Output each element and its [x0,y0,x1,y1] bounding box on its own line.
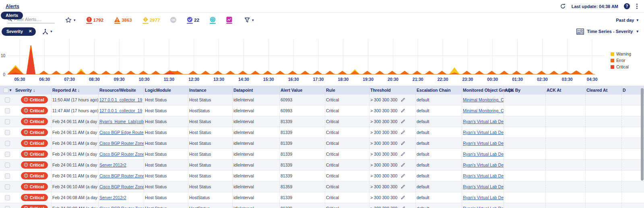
cell-resource: Cisco BGP Router Zone 2 [99,181,144,192]
resource-link[interactable]: Ryan's_Home_Lab(collect... [99,119,144,124]
cell-datapoint: idleInterval [233,181,280,192]
star-icon [65,17,72,23]
cell-logicmodule: Host Status [144,127,188,138]
edit-threshold-icon[interactable] [400,97,405,102]
resource-link[interactable]: Cisco BGP Router Zone 3 [99,206,144,208]
monitored-groups-link[interactable]: Ryan's Virtual Lab Devices [463,130,504,135]
monitored-groups-link[interactable]: Minimal Monitoring, Colle... [463,108,504,113]
filter-bar: ▾ 1792 3863 2977 OK 22 [0,13,644,25]
cell-instance: Host Status [188,116,233,127]
row-checkbox[interactable] [5,119,10,124]
cell-ack_at [546,116,586,127]
svg-text:16:30: 16:30 [288,77,299,82]
table-row: CriticalFeb 24 06:08 AM (a day ago)Serve… [0,192,644,203]
vertical-scrollbar[interactable] [641,88,644,181]
monitored-groups-link[interactable]: Ryan's Virtual Lab Devices [463,206,504,208]
advanced-filter-button[interactable]: ▾ [244,17,254,23]
resource-link[interactable]: Cisco BGP Router Zone 2 [99,184,144,189]
resource-link[interactable]: 127.0.0.1_collector_19 [99,97,142,102]
edit-threshold-icon[interactable] [400,163,405,167]
cleared-filter[interactable]: OK [170,17,176,23]
cell-value: 60993 [280,95,325,105]
cell-instance: Host Status [188,127,233,138]
row-checkbox[interactable] [5,130,10,135]
cell-resource: 127.0.0.1_collector_19 [99,95,144,105]
resource-link[interactable]: Cisco BGP Router Zone 5 [99,173,144,178]
header-escalation: Escalation Chain [416,86,462,95]
row-checkbox[interactable] [5,206,10,208]
severity-chip[interactable]: Severity ✕ [2,27,36,36]
row-checkbox[interactable] [5,141,10,146]
header-reported[interactable]: Reported At↓ [52,86,99,95]
top-bar: Alerts Last update: 04:38 AM ? Alerts [0,0,644,13]
resource-link[interactable]: Server 2012r2 [99,195,126,200]
refresh-icon[interactable] [560,3,566,9]
cell-select [0,95,14,105]
monitored-groups-link[interactable]: Minimal Monitoring, Colle... [463,97,504,102]
edit-threshold-icon[interactable] [400,184,405,189]
resource-link[interactable]: Cisco BGP Router Zone 3 [99,141,144,146]
monitored-groups-link[interactable]: Ryan's Virtual Lab Devices [463,173,504,178]
critical-icon [86,16,92,24]
chart-view-select[interactable]: Time Series - Severity ▾ [576,29,638,35]
critical-count-filter[interactable]: 1792 [86,16,104,24]
chart-legend: WarningErrorCritical [611,52,631,69]
sdt-filter[interactable] [210,16,216,24]
edit-threshold-icon[interactable] [400,173,405,178]
cell-ack_at [546,127,586,138]
svg-text:19:30: 19:30 [363,77,374,82]
row-checkbox[interactable] [5,163,10,168]
chevron-down-icon: ▾ [50,29,52,33]
cell-ack_at [546,105,586,116]
edit-threshold-icon[interactable] [400,206,405,208]
cell-instance: Host Status [188,181,233,192]
cell-resource: 127.0.0.1_collector_19 [99,105,144,116]
cell-select [0,181,14,192]
monitored-groups-link[interactable]: Ryan's Virtual Lab Devices... [463,163,504,167]
groupby-button[interactable]: ▾ [42,29,52,35]
saved-filters-button[interactable]: ▾ [65,17,76,23]
row-checkbox[interactable] [5,184,10,189]
row-checkbox[interactable] [5,108,10,113]
critical-count: 1792 [93,18,104,23]
resource-link[interactable]: Server 2012r2 [99,163,126,167]
header-severity[interactable]: Severity↓ [14,86,52,95]
row-checkbox[interactable] [5,173,10,179]
monitored-groups-link[interactable]: Ryan's Virtual Lab Devices [463,152,504,157]
edit-threshold-icon[interactable] [400,119,405,124]
table-row: CriticalFeb 24 06:11 AM (a day ago)Cisco… [0,138,644,149]
cell-escalation: default [416,105,462,116]
cell-groups: Ryan's Virtual Lab Devices [462,171,504,181]
row-checkbox[interactable] [5,152,10,157]
kebab-menu-icon[interactable] [636,3,638,10]
resource-link[interactable]: 127.0.0.1_collector_19 [99,108,142,113]
header-select[interactable]: ▾ [0,86,14,95]
monitored-groups-link[interactable]: Ryan's Virtual Lab Devices [463,141,504,146]
monitored-groups-link[interactable]: Ryan's Virtual Lab Devices [463,184,504,189]
svg-text:17:30: 17:30 [313,77,324,82]
select-all-checkbox[interactable] [3,88,8,93]
monitored-groups-link[interactable]: Ryan's Virtual Lab Devices... [463,119,504,124]
anomaly-filter[interactable] [226,16,232,24]
resource-link[interactable]: Cisco BGP Router Zone 7 [99,152,144,157]
error-count-filter[interactable]: 3863 [114,16,132,24]
time-range-select[interactable]: Past day ▾ [616,18,638,23]
edit-threshold-icon[interactable] [400,141,405,146]
help-icon[interactable]: ? [624,3,630,9]
edit-threshold-icon[interactable] [400,130,405,135]
edit-threshold-icon[interactable] [400,152,405,157]
close-icon[interactable]: ✕ [29,29,32,33]
acked-count-filter[interactable]: 22 [187,16,199,24]
warning-count-filter[interactable]: 2977 [142,16,160,24]
svg-text:21:30: 21:30 [413,77,423,82]
monitored-groups-link[interactable]: Ryan's Virtual Lab Devices... [463,195,504,200]
edit-threshold-icon[interactable] [400,195,405,200]
cell-reported: Feb 24 06:11 AM (a day ago) [52,127,99,138]
row-checkbox[interactable] [5,97,10,103]
breadcrumb-alerts[interactable]: Alerts [6,4,19,9]
edit-threshold-icon[interactable] [400,108,405,113]
row-checkbox[interactable] [5,195,10,200]
cell-rule: Critical [325,171,369,181]
resource-link[interactable]: Cisco BGP Edge Router Z... [99,130,144,135]
tab-alerts[interactable]: Alerts [1,12,23,19]
